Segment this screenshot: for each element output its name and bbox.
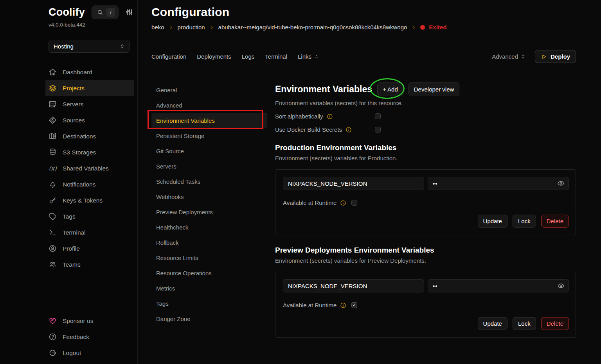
subnav-advanced[interactable]: Advanced bbox=[151, 98, 267, 113]
subnav-scheduled-tasks[interactable]: Scheduled Tasks bbox=[151, 174, 267, 189]
breadcrumb-resource[interactable]: abubakar--meigag/vid-tube-beko-pro:main-… bbox=[218, 24, 407, 30]
subnav-environment-variables[interactable]: Environment Variables bbox=[151, 113, 267, 128]
eye-icon bbox=[557, 180, 565, 187]
subnav-metrics[interactable]: Metrics bbox=[151, 281, 267, 296]
chevron-right-icon bbox=[209, 25, 214, 30]
developer-view-button[interactable]: Developer view bbox=[408, 82, 460, 96]
environment-variables-panel: Environment Variables + Add Developer vi… bbox=[275, 82, 576, 338]
eye-icon bbox=[557, 282, 565, 290]
preview-section-title: Preview Deployments Environment Variable… bbox=[275, 246, 576, 255]
sidebar-item-label: Keys & Tokens bbox=[63, 197, 103, 204]
sidebar-item-label: Sponsor us bbox=[63, 317, 93, 325]
tab-logs[interactable]: Logs bbox=[242, 53, 255, 60]
sidebar-item-projects[interactable]: Projects bbox=[45, 80, 134, 96]
server-icon bbox=[49, 100, 57, 108]
subnav-healthcheck[interactable]: Healthcheck bbox=[151, 220, 267, 235]
sidebar-item-label: Destinations bbox=[63, 133, 96, 140]
sidebar-item-label: Sources bbox=[63, 117, 85, 124]
sidebar-item-profile[interactable]: Profile bbox=[45, 240, 134, 256]
sidebar: Coolify / v4.0.0-beta.442 Hosting Dashbo… bbox=[0, 0, 138, 364]
sidebar-item-keys-tokens[interactable]: Keys & Tokens bbox=[45, 192, 134, 208]
breadcrumb-project[interactable]: beko bbox=[151, 24, 164, 30]
available-at-runtime-label: Available at Runtime bbox=[283, 302, 336, 308]
info-icon bbox=[340, 302, 346, 308]
info-icon bbox=[327, 113, 333, 120]
production-variable-card: Available at Runtime Update Lock Delete bbox=[275, 169, 576, 235]
team-select[interactable]: Hosting bbox=[49, 40, 130, 53]
delete-button[interactable]: Delete bbox=[541, 215, 569, 228]
subnav-webhooks[interactable]: Webhooks bbox=[151, 189, 267, 204]
reveal-value-button[interactable] bbox=[557, 180, 565, 187]
subnav-general[interactable]: General bbox=[151, 82, 267, 98]
subnav-danger-zone[interactable]: Danger Zone bbox=[151, 311, 267, 326]
sidebar-item-feedback[interactable]: Feedback bbox=[45, 329, 134, 345]
subnav-preview-deployments[interactable]: Preview Deployments bbox=[151, 204, 267, 220]
available-at-runtime-label: Available at Runtime bbox=[283, 199, 336, 206]
tab-deployments[interactable]: Deployments bbox=[197, 53, 231, 60]
sidebar-item-notifications[interactable]: Notifications bbox=[45, 176, 134, 192]
subnav-resource-operations[interactable]: Resource Operations bbox=[151, 265, 267, 281]
deploy-button[interactable]: Deploy bbox=[535, 50, 576, 63]
docker-build-secrets-checkbox[interactable] bbox=[375, 127, 381, 133]
app-version: v4.0.0-beta.442 bbox=[49, 22, 133, 28]
sidebar-item-teams[interactable]: Teams bbox=[45, 256, 134, 273]
user-circle-icon bbox=[49, 244, 57, 253]
subnav-resource-limits[interactable]: Resource Limits bbox=[151, 250, 267, 265]
subnav-servers[interactable]: Servers bbox=[151, 159, 267, 174]
advanced-dropdown[interactable]: Advanced bbox=[492, 53, 526, 60]
update-button[interactable]: Update bbox=[478, 215, 507, 228]
tab-terminal[interactable]: Terminal bbox=[265, 53, 287, 60]
sidebar-item-s3-storages[interactable]: S3 Storages bbox=[45, 144, 134, 160]
available-at-runtime-row: Available at Runtime ✓ bbox=[283, 302, 569, 308]
preview-variable-card: Available at Runtime ✓ Update Lock Delet… bbox=[275, 272, 576, 338]
home-icon bbox=[49, 68, 57, 76]
question-circle-icon bbox=[49, 333, 57, 341]
add-variable-button[interactable]: + Add bbox=[377, 82, 403, 96]
lock-button[interactable]: Lock bbox=[513, 215, 536, 228]
variable-name-input[interactable] bbox=[283, 177, 424, 190]
tab-links[interactable]: Links bbox=[298, 53, 319, 60]
sidebar-item-shared-variables[interactable]: (x) Shared Variables bbox=[45, 160, 134, 176]
search-button[interactable]: / bbox=[92, 5, 119, 19]
docker-build-secrets-row: Use Docker Build Secrets bbox=[275, 126, 576, 133]
delete-button[interactable]: Delete bbox=[541, 317, 569, 330]
lock-button[interactable]: Lock bbox=[513, 317, 536, 330]
sort-alphabetically-row: Sort alphabetically bbox=[275, 113, 576, 120]
sidebar-item-terminal[interactable]: Terminal bbox=[45, 224, 134, 240]
chevron-right-icon bbox=[168, 25, 174, 30]
sidebar-item-servers[interactable]: Servers bbox=[45, 96, 134, 112]
sidebar-item-dashboard[interactable]: Dashboard bbox=[45, 64, 134, 80]
available-at-runtime-checkbox[interactable] bbox=[351, 200, 357, 206]
sidebar-item-destinations[interactable]: Destinations bbox=[45, 128, 134, 144]
subnav-persistent-storage[interactable]: Persistent Storage bbox=[151, 128, 267, 143]
sidebar-item-label: Notifications bbox=[63, 181, 95, 188]
sidebar-item-tags[interactable]: Tags bbox=[45, 208, 134, 224]
env-title: Environment Variables bbox=[275, 84, 372, 95]
tab-configuration[interactable]: Configuration bbox=[151, 53, 186, 60]
subnav-rollback[interactable]: Rollback bbox=[151, 235, 267, 250]
available-at-runtime-checkbox[interactable]: ✓ bbox=[351, 302, 357, 308]
variable-name-input[interactable] bbox=[283, 279, 424, 292]
env-description: Environment variables (secrets) for this… bbox=[275, 100, 576, 106]
team-select-value: Hosting bbox=[54, 43, 74, 50]
sidebar-item-label: S3 Storages bbox=[63, 149, 96, 156]
git-source-icon bbox=[49, 116, 57, 124]
sliders-icon bbox=[125, 8, 133, 16]
database-icon bbox=[49, 148, 57, 156]
variable-value-input[interactable] bbox=[428, 279, 569, 292]
sort-alphabetically-checkbox[interactable] bbox=[375, 113, 381, 119]
subnav-tags[interactable]: Tags bbox=[151, 296, 267, 311]
update-button[interactable]: Update bbox=[478, 317, 507, 330]
reveal-value-button[interactable] bbox=[557, 282, 565, 290]
sidebar-item-label: Profile bbox=[63, 245, 80, 252]
breadcrumb-environment[interactable]: production bbox=[178, 24, 205, 30]
key-icon bbox=[49, 196, 57, 204]
variable-value-input[interactable] bbox=[428, 177, 569, 190]
logout-icon bbox=[49, 349, 57, 357]
sidebar-item-sponsor[interactable]: Sponsor us bbox=[45, 313, 134, 329]
settings-button[interactable] bbox=[125, 8, 133, 16]
subnav-git-source[interactable]: Git Source bbox=[151, 143, 267, 159]
sidebar-item-sources[interactable]: Sources bbox=[45, 112, 134, 128]
sidebar-item-label: Dashboard bbox=[63, 69, 92, 76]
sidebar-item-logout[interactable]: Logout bbox=[45, 345, 134, 361]
